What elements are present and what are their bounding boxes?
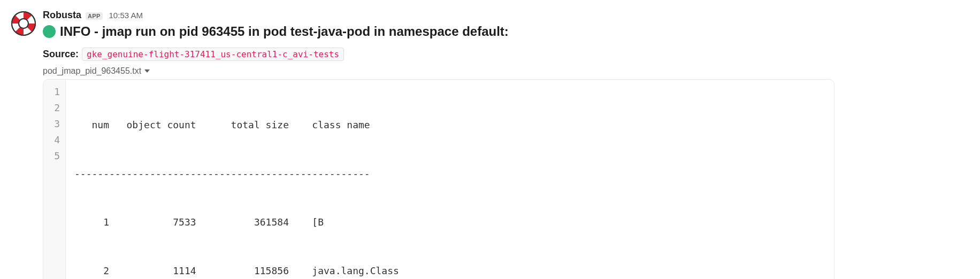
line-number: 5 — [49, 148, 60, 164]
attachment-toggle[interactable]: pod_jmap_pid_963455.txt — [43, 66, 150, 76]
message-row: Robusta APP 10:53 AM INFO - jmap run on … — [11, 9, 969, 279]
timestamp[interactable]: 10:53 AM — [109, 11, 143, 20]
code-body: num object count total size class name -… — [66, 80, 414, 279]
source-line: Source: gke_genuine-flight-317411_us-cen… — [43, 48, 969, 61]
avatar — [11, 11, 36, 36]
chevron-down-icon — [144, 69, 150, 73]
line-number: 4 — [49, 132, 60, 148]
source-value[interactable]: gke_genuine-flight-317411_us-central1-c_… — [82, 48, 344, 61]
attachment-filename: pod_jmap_pid_963455.txt — [43, 66, 141, 76]
code-line: ----------------------------------------… — [74, 166, 405, 182]
line-number: 3 — [49, 116, 60, 132]
code-line: num object count total size class name — [74, 117, 405, 133]
message-content: Robusta APP 10:53 AM INFO - jmap run on … — [43, 9, 969, 279]
lifebuoy-icon — [11, 11, 36, 36]
line-number: 2 — [49, 100, 60, 116]
source-label: Source: — [43, 49, 79, 60]
message-title: INFO - jmap run on pid 963455 in pod tes… — [60, 23, 509, 40]
code-snippet[interactable]: 1 2 3 4 5 num object count total size cl… — [43, 79, 834, 279]
message-header: Robusta APP 10:53 AM — [43, 10, 969, 21]
title-line: INFO - jmap run on pid 963455 in pod tes… — [43, 23, 969, 40]
code-line: 2 1114 115856 java.lang.Class — [74, 263, 405, 279]
code-line: 1 7533 361584 [B — [74, 214, 405, 230]
line-number: 1 — [49, 84, 60, 100]
line-gutter: 1 2 3 4 5 — [43, 80, 66, 279]
sender-name[interactable]: Robusta — [43, 10, 81, 21]
app-badge: APP — [86, 12, 103, 20]
status-dot-icon — [43, 25, 56, 38]
